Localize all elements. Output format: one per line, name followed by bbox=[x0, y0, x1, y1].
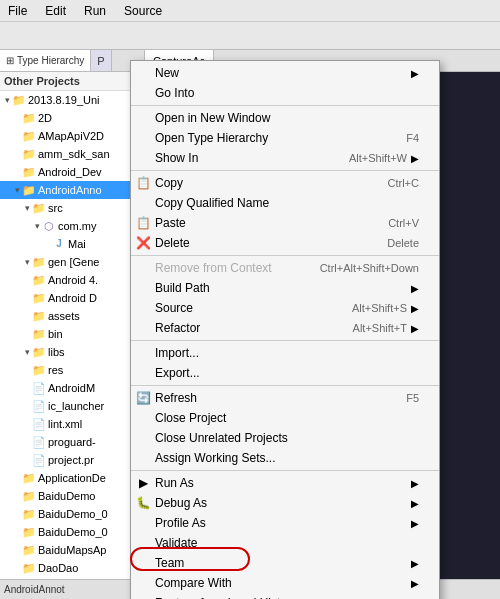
tree-item-label: AMapApiV2D bbox=[38, 128, 104, 144]
file-icon: 📄 bbox=[32, 453, 46, 467]
menu-item-delete[interactable]: ❌DeleteDelete bbox=[131, 233, 439, 253]
tree-item[interactable]: ▾📁2013.8.19_Uni bbox=[0, 91, 144, 109]
menu-item-icon: ❌ bbox=[135, 236, 151, 250]
menu-item-refresh[interactable]: 🔄RefreshF5 bbox=[131, 388, 439, 408]
tree-item[interactable]: 📄ic_launcher bbox=[0, 397, 144, 415]
tree-item[interactable]: 📁BaiduDemo_0 bbox=[0, 523, 144, 541]
menu-item-paste[interactable]: 📋PasteCtrl+V bbox=[131, 213, 439, 233]
folder-icon: 📁 bbox=[22, 489, 36, 503]
tree-item[interactable]: 📁Android 4. bbox=[0, 271, 144, 289]
tree-item[interactable]: JMai bbox=[0, 235, 144, 253]
menu-item-close-project[interactable]: Close Project bbox=[131, 408, 439, 428]
menu-item-submenu-arrow: ▶ bbox=[411, 153, 419, 164]
menu-item-label: Export... bbox=[155, 366, 419, 380]
folder-icon: 📁 bbox=[22, 183, 36, 197]
left-panel: ⊞ Type Hierarchy P Other Projects ▾📁2013… bbox=[0, 50, 145, 579]
menu-item-label: Show In bbox=[155, 151, 329, 165]
tree-arrow: ▾ bbox=[22, 200, 32, 216]
menu-item-show-in[interactable]: Show InAlt+Shift+W▶ bbox=[131, 148, 439, 168]
tree-item[interactable]: ▾📁gen [Gene bbox=[0, 253, 144, 271]
tree-item-label: BaiduDemo_0 bbox=[38, 524, 108, 540]
menu-item-import[interactable]: Import... bbox=[131, 343, 439, 363]
tree-arrow: ▾ bbox=[12, 182, 22, 198]
menu-item-label: Assign Working Sets... bbox=[155, 451, 419, 465]
menu-item-compare-with[interactable]: Compare With▶ bbox=[131, 573, 439, 593]
tab-type-hierarchy[interactable]: ⊞ Type Hierarchy bbox=[0, 50, 91, 71]
tree-item[interactable]: 📁DaoDao bbox=[0, 559, 144, 575]
menu-file[interactable]: File bbox=[4, 2, 31, 20]
menu-item-export[interactable]: Export... bbox=[131, 363, 439, 383]
menu-item-shortcut: Alt+Shift+T bbox=[353, 322, 407, 334]
menu-item-submenu-arrow: ▶ bbox=[411, 558, 419, 569]
tree-item[interactable]: 📄project.pr bbox=[0, 451, 144, 469]
tree-item[interactable]: 📁Android_Dev bbox=[0, 163, 144, 181]
menu-separator bbox=[131, 385, 439, 386]
tree-item[interactable]: 📄AndroidM bbox=[0, 379, 144, 397]
menu-item-open-in-new-window[interactable]: Open in New Window bbox=[131, 108, 439, 128]
menu-item-label: Go Into bbox=[155, 86, 419, 100]
tree-item-label: proguard- bbox=[48, 434, 96, 450]
menu-item-run-as[interactable]: ▶Run As▶ bbox=[131, 473, 439, 493]
tree-item[interactable]: ▾📁AndroidAnno bbox=[0, 181, 144, 199]
folder-icon: 📁 bbox=[22, 471, 36, 485]
tree-item[interactable]: 📁amm_sdk_san bbox=[0, 145, 144, 163]
menu-item-new[interactable]: New▶ bbox=[131, 63, 439, 83]
tree-item[interactable]: 📁Android D bbox=[0, 289, 144, 307]
menu-item-source[interactable]: SourceAlt+Shift+S▶ bbox=[131, 298, 439, 318]
menu-item-build-path[interactable]: Build Path▶ bbox=[131, 278, 439, 298]
tree-item[interactable]: 📁res bbox=[0, 361, 144, 379]
menu-item-open-type-hierarchy[interactable]: Open Type HierarchyF4 bbox=[131, 128, 439, 148]
menu-source[interactable]: Source bbox=[120, 2, 166, 20]
toolbar bbox=[0, 22, 500, 50]
tree-item[interactable]: 📄proguard- bbox=[0, 433, 144, 451]
menu-item-team[interactable]: Team▶ bbox=[131, 553, 439, 573]
tree-item[interactable]: ▾📁libs bbox=[0, 343, 144, 361]
menu-item-label: Source bbox=[155, 301, 332, 315]
panel-tabs: ⊞ Type Hierarchy P bbox=[0, 50, 144, 72]
menu-item-restore-from-local-history[interactable]: Restore from Local History... bbox=[131, 593, 439, 599]
menu-item-label: Debug As bbox=[155, 496, 407, 510]
menu-item-label: Import... bbox=[155, 346, 419, 360]
menu-item-label: Run As bbox=[155, 476, 407, 490]
tree-item-label: gen [Gene bbox=[48, 254, 99, 270]
status-text: AndroidAnnot bbox=[4, 584, 65, 595]
tree-item[interactable]: 📁BaiduDemo_0 bbox=[0, 505, 144, 523]
tree-item[interactable]: 📁assets bbox=[0, 307, 144, 325]
tree-item[interactable]: 📁bin bbox=[0, 325, 144, 343]
menu-item-go-into[interactable]: Go Into bbox=[131, 83, 439, 103]
menu-item-profile-as[interactable]: Profile As▶ bbox=[131, 513, 439, 533]
tree-item-label: BaiduMapsAp bbox=[38, 542, 107, 558]
menu-item-close-unrelated-projects[interactable]: Close Unrelated Projects bbox=[131, 428, 439, 448]
menu-item-label: Delete bbox=[155, 236, 367, 250]
menu-item-copy-qualified-name[interactable]: Copy Qualified Name bbox=[131, 193, 439, 213]
menu-item-debug-as[interactable]: 🐛Debug As▶ bbox=[131, 493, 439, 513]
menu-edit[interactable]: Edit bbox=[41, 2, 70, 20]
tree-item[interactable]: 📁ApplicationDe bbox=[0, 469, 144, 487]
menu-item-copy[interactable]: 📋CopyCtrl+C bbox=[131, 173, 439, 193]
menu-item-label: Open in New Window bbox=[155, 111, 419, 125]
menu-item-shortcut: Delete bbox=[387, 237, 419, 249]
tree-item[interactable]: 📄lint.xml bbox=[0, 415, 144, 433]
menu-item-refactor[interactable]: RefactorAlt+Shift+T▶ bbox=[131, 318, 439, 338]
tree-item[interactable]: 📁2D bbox=[0, 109, 144, 127]
menu-item-label: Profile As bbox=[155, 516, 407, 530]
tree-item[interactable]: 📁BaiduDemo bbox=[0, 487, 144, 505]
tab-p[interactable]: P bbox=[91, 50, 111, 71]
menu-item-assign-working-sets[interactable]: Assign Working Sets... bbox=[131, 448, 439, 468]
menu-item-label: Team bbox=[155, 556, 407, 570]
tree-item[interactable]: ▾⬡com.my bbox=[0, 217, 144, 235]
tree-arrow: ▾ bbox=[32, 218, 42, 234]
menu-separator bbox=[131, 255, 439, 256]
package-icon: ⬡ bbox=[42, 219, 56, 233]
menu-item-validate[interactable]: Validate bbox=[131, 533, 439, 553]
menu-item-shortcut: Alt+Shift+S bbox=[352, 302, 407, 314]
tree-item[interactable]: 📁BaiduMapsAp bbox=[0, 541, 144, 559]
tree-arrow: ▾ bbox=[2, 92, 12, 108]
menu-run[interactable]: Run bbox=[80, 2, 110, 20]
menu-item-label: Copy Qualified Name bbox=[155, 196, 419, 210]
tree-item[interactable]: ▾📁src bbox=[0, 199, 144, 217]
tree-area[interactable]: ▾📁2013.8.19_Uni📁2D📁AMapApiV2D📁amm_sdk_sa… bbox=[0, 91, 144, 575]
menu-item-submenu-arrow: ▶ bbox=[411, 518, 419, 529]
file-icon: 📄 bbox=[32, 381, 46, 395]
tree-item[interactable]: 📁AMapApiV2D bbox=[0, 127, 144, 145]
